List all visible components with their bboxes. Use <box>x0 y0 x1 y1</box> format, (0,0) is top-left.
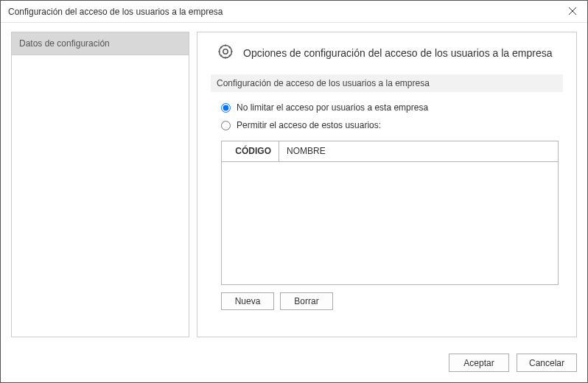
titlebar: Configuración del acceso de los usuarios… <box>1 1 587 23</box>
panel-heading: Opciones de configuración del acceso de … <box>211 43 563 63</box>
radio-group: No limitar el acceso por usuarios a esta… <box>211 102 563 130</box>
window-title: Configuración del acceso de los usuarios… <box>8 7 223 17</box>
dialog-body: Datos de configuración Opciones de confi… <box>1 23 587 346</box>
accept-button[interactable]: Aceptar <box>449 354 509 372</box>
table-header: CÓDIGO NOMBRE <box>222 141 558 162</box>
svg-point-2 <box>223 49 228 54</box>
radio-no-limit[interactable]: No limitar el acceso por usuarios a esta… <box>221 102 563 113</box>
main-panel: Opciones de configuración del acceso de … <box>197 32 577 337</box>
sidebar-item-label: Datos de configuración <box>19 38 110 49</box>
radio-allow-users-input[interactable] <box>221 121 231 130</box>
col-header-code[interactable]: CÓDIGO <box>222 141 279 161</box>
radio-allow-users-label: Permitir el acceso de estos usuarios: <box>237 120 381 130</box>
panel-heading-text: Opciones de configuración del acceso de … <box>243 47 552 59</box>
users-table-wrap: CÓDIGO NOMBRE Nueva Borrar <box>221 141 559 310</box>
sidebar: Datos de configuración <box>11 32 189 337</box>
svg-point-3 <box>220 46 232 58</box>
radio-allow-users[interactable]: Permitir el acceso de estos usuarios: <box>221 120 563 130</box>
section-label: Configuración de acceso de los usuarios … <box>211 74 563 92</box>
close-button[interactable] <box>558 1 587 23</box>
radio-no-limit-input[interactable] <box>221 103 231 113</box>
radio-no-limit-label: No limitar el acceso por usuarios a esta… <box>237 102 428 113</box>
sidebar-item-config-data[interactable]: Datos de configuración <box>12 32 189 55</box>
cancel-button[interactable]: Cancelar <box>517 354 577 372</box>
close-icon <box>569 7 576 17</box>
gear-icon <box>217 43 234 63</box>
dialog-footer: Aceptar Cancelar <box>1 346 587 382</box>
delete-button[interactable]: Borrar <box>280 292 333 310</box>
table-buttons: Nueva Borrar <box>221 292 559 310</box>
dialog-window: Configuración del acceso de los usuarios… <box>0 0 588 383</box>
new-button[interactable]: Nueva <box>221 292 274 310</box>
users-table[interactable]: CÓDIGO NOMBRE <box>221 141 559 285</box>
col-header-name[interactable]: NOMBRE <box>279 141 558 161</box>
